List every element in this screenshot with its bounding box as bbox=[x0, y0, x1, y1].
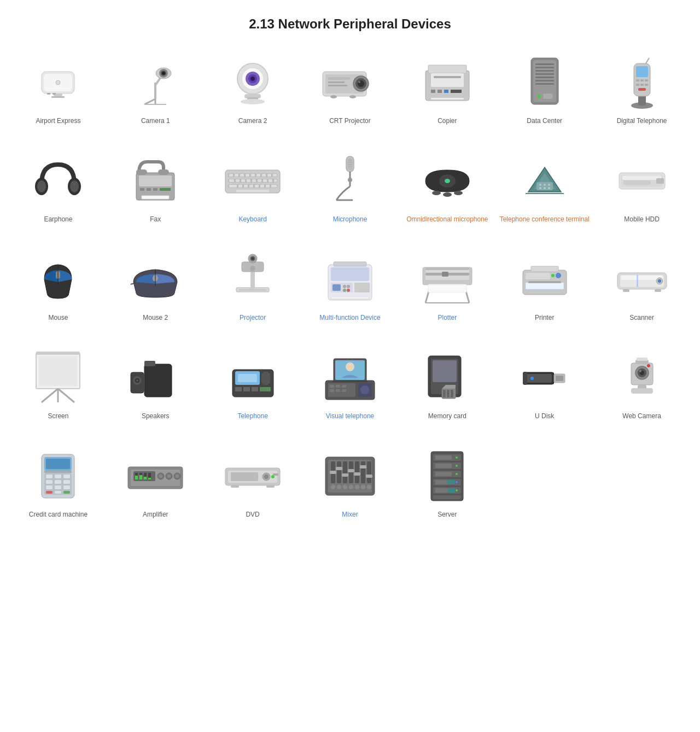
svg-point-323 bbox=[456, 489, 458, 491]
svg-rect-76 bbox=[147, 188, 151, 191]
icon-amplifier bbox=[122, 446, 188, 506]
svg-rect-107 bbox=[260, 185, 264, 188]
label-crt-projector: CRT Projector bbox=[329, 117, 371, 126]
label-projector: Projector bbox=[240, 314, 266, 323]
label-mouse: Mouse bbox=[48, 314, 68, 323]
svg-rect-260 bbox=[55, 491, 61, 494]
label-web-camera: Web Camera bbox=[622, 412, 661, 421]
icon-microphone bbox=[317, 151, 383, 211]
svg-rect-213 bbox=[330, 389, 334, 392]
svg-point-319 bbox=[456, 456, 458, 459]
svg-rect-103 bbox=[238, 185, 242, 188]
svg-rect-293 bbox=[343, 461, 347, 483]
item-u-disk: U Disk bbox=[497, 343, 592, 436]
svg-point-2 bbox=[56, 80, 60, 85]
svg-rect-94 bbox=[236, 179, 240, 182]
device-grid: Airport Express Camera 1 bbox=[11, 48, 689, 535]
svg-rect-173 bbox=[528, 281, 561, 283]
item-server: Server bbox=[400, 442, 494, 535]
svg-line-66 bbox=[646, 58, 649, 63]
svg-rect-273 bbox=[148, 478, 151, 479]
svg-rect-102 bbox=[229, 185, 237, 188]
icon-telephone bbox=[220, 348, 285, 408]
icon-u-disk bbox=[512, 348, 578, 408]
svg-rect-58 bbox=[636, 66, 648, 77]
item-mobile-hdd: Mobile HDD bbox=[594, 147, 689, 239]
label-scanner: Scanner bbox=[629, 314, 654, 323]
svg-rect-91 bbox=[267, 174, 271, 177]
svg-point-308 bbox=[349, 485, 353, 489]
svg-rect-330 bbox=[447, 488, 455, 493]
svg-rect-168 bbox=[442, 272, 448, 277]
item-data-center: Data Center bbox=[497, 48, 592, 141]
svg-rect-296 bbox=[361, 461, 365, 483]
svg-point-128 bbox=[548, 184, 550, 186]
svg-rect-36 bbox=[428, 65, 466, 73]
svg-rect-72 bbox=[139, 175, 172, 186]
icon-multifunction bbox=[317, 249, 383, 309]
svg-rect-85 bbox=[235, 174, 238, 177]
item-airport-express: Airport Express bbox=[11, 48, 106, 141]
label-visual-telephone: Visual telephone bbox=[326, 412, 375, 421]
icon-mobile-hdd bbox=[609, 151, 675, 211]
svg-rect-149 bbox=[239, 289, 266, 291]
svg-point-33 bbox=[330, 95, 337, 98]
svg-rect-95 bbox=[241, 179, 245, 182]
svg-rect-325 bbox=[435, 464, 452, 468]
svg-rect-61 bbox=[645, 79, 648, 81]
svg-rect-228 bbox=[447, 390, 450, 397]
item-dvd: DVD bbox=[206, 442, 300, 535]
svg-rect-303 bbox=[360, 465, 366, 469]
icon-digital-telephone bbox=[609, 52, 675, 113]
svg-rect-59 bbox=[636, 79, 639, 81]
svg-point-305 bbox=[331, 485, 335, 489]
label-amplifier: Amplifier bbox=[143, 511, 168, 519]
svg-point-68 bbox=[37, 180, 46, 192]
svg-rect-92 bbox=[273, 174, 277, 177]
svg-point-320 bbox=[456, 465, 458, 467]
label-camera1: Camera 1 bbox=[141, 117, 170, 126]
svg-point-70 bbox=[70, 180, 79, 192]
item-scanner: Scanner bbox=[594, 245, 689, 338]
svg-rect-267 bbox=[135, 476, 138, 479]
svg-rect-255 bbox=[63, 480, 70, 484]
svg-point-156 bbox=[343, 289, 346, 292]
svg-rect-234 bbox=[523, 372, 527, 385]
icon-server bbox=[415, 446, 480, 506]
svg-rect-269 bbox=[139, 475, 142, 479]
icon-telephone-conference bbox=[512, 151, 578, 211]
item-empty1 bbox=[497, 442, 592, 535]
svg-rect-256 bbox=[46, 485, 52, 489]
icon-speakers bbox=[122, 348, 188, 408]
svg-point-174 bbox=[556, 273, 561, 278]
icon-visual-telephone bbox=[317, 348, 383, 408]
item-plotter: Plotter bbox=[400, 245, 494, 338]
svg-rect-109 bbox=[271, 185, 277, 188]
svg-rect-62 bbox=[636, 84, 639, 86]
svg-rect-184 bbox=[655, 289, 661, 292]
label-microphone: Microphone bbox=[333, 215, 368, 224]
svg-rect-93 bbox=[229, 179, 234, 182]
svg-rect-233 bbox=[556, 376, 563, 381]
svg-point-123 bbox=[443, 192, 452, 197]
svg-line-7 bbox=[144, 99, 155, 104]
icon-omni-microphone bbox=[415, 151, 480, 211]
svg-rect-169 bbox=[425, 267, 469, 270]
icon-camera1 bbox=[122, 52, 188, 113]
icon-memory-card bbox=[415, 348, 480, 408]
svg-point-279 bbox=[176, 475, 179, 478]
svg-rect-286 bbox=[273, 473, 278, 476]
svg-point-155 bbox=[347, 285, 350, 288]
svg-point-53 bbox=[538, 95, 541, 98]
label-dvd: DVD bbox=[246, 511, 259, 519]
svg-rect-297 bbox=[367, 461, 371, 483]
svg-rect-136 bbox=[656, 178, 664, 184]
svg-rect-75 bbox=[140, 188, 144, 191]
svg-point-321 bbox=[456, 473, 458, 475]
svg-rect-65 bbox=[638, 88, 646, 91]
svg-rect-243 bbox=[631, 388, 653, 394]
svg-rect-38 bbox=[434, 76, 461, 78]
svg-point-148 bbox=[250, 266, 255, 271]
svg-rect-299 bbox=[336, 467, 342, 470]
icon-dvd bbox=[220, 446, 285, 506]
